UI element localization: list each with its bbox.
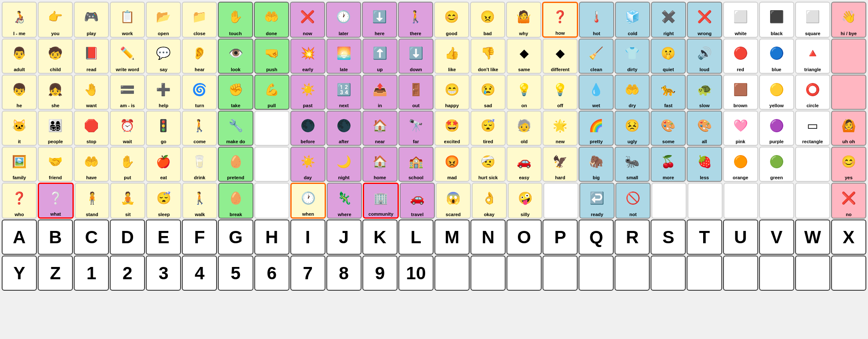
cell-excited[interactable]: 🤩excited — [434, 111, 470, 146]
cell-out[interactable]: 🚪out — [398, 75, 434, 110]
cell-write-word[interactable]: ✏️write word — [110, 39, 145, 74]
cell-mad[interactable]: 😡mad — [434, 147, 470, 182]
cell-quiet[interactable]: 🤫quiet — [651, 39, 686, 74]
cell-push[interactable]: 🤜push — [254, 39, 289, 74]
cell-letter-C[interactable]: C — [74, 220, 109, 255]
cell-don't-like[interactable]: 👎don't like — [470, 39, 506, 74]
cell-next[interactable]: 🔢next — [326, 75, 362, 110]
cell-wrong[interactable]: ❌wrong — [687, 2, 722, 38]
cell-touch[interactable]: ✋touch — [218, 2, 253, 38]
cell-stop[interactable]: 🛑stop — [74, 111, 109, 146]
cell-black[interactable]: ⬛black — [759, 2, 794, 38]
cell-here[interactable]: ⬇️here — [362, 2, 397, 38]
cell-letter-S[interactable]: S — [651, 220, 686, 255]
cell-pull[interactable]: 💪pull — [254, 75, 289, 110]
cell-school[interactable]: 🏫school — [398, 147, 434, 182]
cell-letter-F[interactable]: F — [182, 220, 217, 255]
cell-where[interactable]: 🦎where — [327, 183, 362, 219]
cell-it[interactable]: 🐱it — [2, 111, 37, 146]
cell-less[interactable]: 🍓less — [687, 147, 722, 182]
cell-letter-K[interactable]: K — [362, 220, 398, 255]
cell-i---me[interactable]: 🧑‍🦽I - me — [2, 2, 37, 38]
cell-look[interactable]: 👁️look — [218, 39, 253, 74]
cell-past[interactable]: ☀️past — [290, 75, 326, 110]
cell-make-do[interactable]: 🔧make do — [218, 111, 253, 146]
cell-letter-5[interactable]: 5 — [218, 256, 253, 291]
cell-letter-O[interactable]: O — [506, 220, 542, 255]
cell-close[interactable]: 📁close — [182, 2, 217, 38]
cell-before[interactable]: 🌑before — [290, 111, 326, 146]
cell-hear[interactable]: 👂hear — [182, 39, 217, 74]
cell-letter-E[interactable]: E — [146, 220, 181, 255]
cell-hard[interactable]: 🦅hard — [542, 147, 578, 182]
cell-now[interactable]: ❌now — [290, 2, 325, 38]
cell-put[interactable]: ✋put — [110, 147, 145, 182]
cell-letter-I[interactable]: I — [290, 220, 326, 255]
cell-ready[interactable]: ↩️ready — [579, 183, 615, 219]
cell-pink[interactable]: 🩷pink — [723, 111, 758, 146]
cell-what[interactable]: ❔what — [38, 183, 74, 219]
cell-no[interactable]: ❌no — [831, 183, 866, 219]
cell-read[interactable]: 📕read — [74, 39, 109, 74]
cell-letter-M[interactable]: M — [434, 220, 470, 255]
cell-clean[interactable]: 🧹clean — [579, 39, 614, 74]
cell-drink[interactable]: 🥛drink — [182, 147, 217, 182]
cell-like[interactable]: 👍like — [434, 39, 470, 74]
cell-scared[interactable]: 😱scared — [436, 183, 471, 219]
cell-late[interactable]: 🌅late — [326, 39, 362, 74]
cell-letter-8[interactable]: 8 — [326, 256, 362, 291]
cell-more[interactable]: 🍒more — [651, 147, 686, 182]
cell-some[interactable]: 🎨some — [651, 111, 686, 146]
cell-am---is[interactable]: 🟰am - is — [110, 75, 145, 110]
cell-triangle[interactable]: 🔺triangle — [795, 39, 830, 74]
cell-big[interactable]: 🦣big — [579, 147, 614, 182]
cell-she[interactable]: 👧she — [38, 75, 73, 110]
cell-friend[interactable]: 🤝friend — [38, 147, 73, 182]
cell-dry[interactable]: 🤲dry — [615, 75, 650, 110]
cell-letter-7[interactable]: 7 — [290, 256, 326, 291]
cell-sad[interactable]: 😢sad — [470, 75, 506, 110]
cell-dirty[interactable]: 👕dirty — [615, 39, 650, 74]
cell-yellow[interactable]: 🟡yellow — [759, 75, 794, 110]
cell-done[interactable]: 🤲done — [254, 2, 289, 38]
cell-silly[interactable]: 🤪silly — [508, 183, 543, 219]
cell-child[interactable]: 🧒child — [38, 39, 73, 74]
cell-break[interactable]: 🥚break — [218, 183, 253, 219]
cell-good[interactable]: 😊good — [434, 2, 469, 38]
cell-letter-6[interactable]: 6 — [254, 256, 289, 291]
cell-fast[interactable]: 🐆fast — [651, 75, 686, 110]
cell-letter-A[interactable]: A — [2, 220, 37, 255]
cell-right[interactable]: ✖️right — [651, 2, 686, 38]
cell-white[interactable]: ⬜white — [723, 2, 758, 38]
cell-same[interactable]: ◆same — [506, 39, 542, 74]
cell-work[interactable]: 📋work — [110, 2, 145, 38]
cell-night[interactable]: 🌙night — [326, 147, 362, 182]
cell-square[interactable]: ⬜square — [795, 2, 830, 38]
cell-letter-Z[interactable]: Z — [38, 256, 73, 291]
cell-easy[interactable]: 🚗easy — [506, 147, 542, 182]
cell-rectangle[interactable]: ▭rectangle — [795, 111, 830, 146]
cell-home[interactable]: 🏠home — [362, 147, 398, 182]
cell-blue[interactable]: 🔵blue — [759, 39, 794, 74]
cell-letter-H[interactable]: H — [254, 220, 289, 255]
cell-letter-R[interactable]: R — [615, 220, 650, 255]
cell-letter-V[interactable]: V — [759, 220, 794, 255]
cell-letter-4[interactable]: 4 — [182, 256, 217, 291]
cell-letter-1[interactable]: 1 — [74, 256, 109, 291]
cell-ugly[interactable]: 😣ugly — [615, 111, 650, 146]
cell-after[interactable]: 🌑after — [326, 111, 362, 146]
cell-loud[interactable]: 🔊loud — [687, 39, 722, 74]
cell-old[interactable]: 🧓old — [506, 111, 542, 146]
cell-wait[interactable]: ⏰wait — [110, 111, 145, 146]
cell-yes[interactable]: 😊yes — [831, 147, 866, 182]
cell-letter-B[interactable]: B — [38, 220, 73, 255]
cell-there[interactable]: 🚶there — [398, 2, 433, 38]
cell-people[interactable]: 👨‍👩‍👧‍👦people — [38, 111, 73, 146]
cell-open[interactable]: 📂open — [146, 2, 181, 38]
cell-letter-D[interactable]: D — [110, 220, 145, 255]
cell-walk[interactable]: 🚶walk — [182, 183, 217, 219]
cell-say[interactable]: 💬say — [146, 39, 181, 74]
cell-near[interactable]: 🏠near — [362, 111, 398, 146]
cell-different[interactable]: ◆different — [542, 39, 578, 74]
cell-tired[interactable]: 😴tired — [470, 111, 506, 146]
